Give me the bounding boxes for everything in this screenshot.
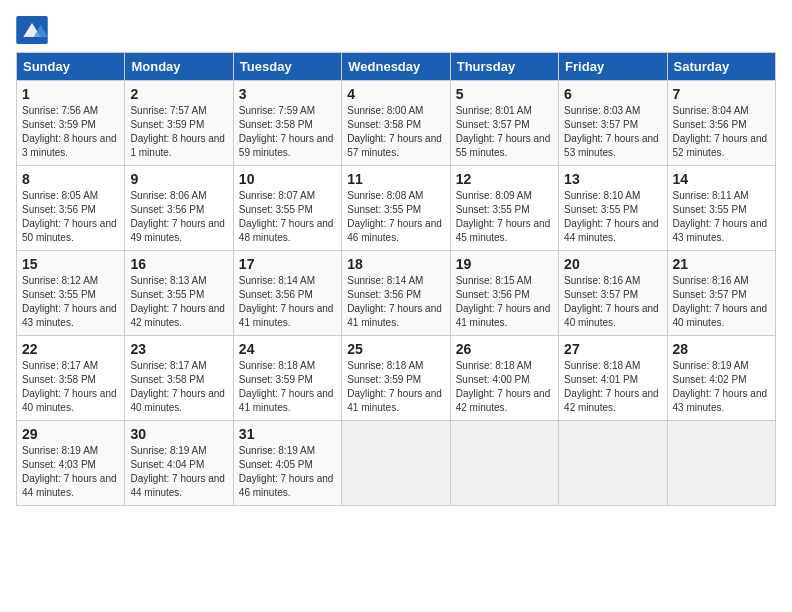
calendar-week-row: 29Sunrise: 8:19 AM Sunset: 4:03 PM Dayli… <box>17 421 776 506</box>
calendar-day-cell: 29Sunrise: 8:19 AM Sunset: 4:03 PM Dayli… <box>17 421 125 506</box>
day-info: Sunrise: 8:18 AM Sunset: 4:00 PM Dayligh… <box>456 359 553 415</box>
calendar-day-cell: 9Sunrise: 8:06 AM Sunset: 3:56 PM Daylig… <box>125 166 233 251</box>
calendar-day-cell: 5Sunrise: 8:01 AM Sunset: 3:57 PM Daylig… <box>450 81 558 166</box>
day-info: Sunrise: 7:56 AM Sunset: 3:59 PM Dayligh… <box>22 104 119 160</box>
day-number: 18 <box>347 256 444 272</box>
day-number: 6 <box>564 86 661 102</box>
day-number: 24 <box>239 341 336 357</box>
day-of-week-header: Tuesday <box>233 53 341 81</box>
day-of-week-header: Friday <box>559 53 667 81</box>
day-number: 27 <box>564 341 661 357</box>
calendar-day-cell: 26Sunrise: 8:18 AM Sunset: 4:00 PM Dayli… <box>450 336 558 421</box>
calendar-day-cell: 13Sunrise: 8:10 AM Sunset: 3:55 PM Dayli… <box>559 166 667 251</box>
calendar-day-cell: 28Sunrise: 8:19 AM Sunset: 4:02 PM Dayli… <box>667 336 775 421</box>
calendar-day-cell <box>342 421 450 506</box>
calendar-day-cell: 24Sunrise: 8:18 AM Sunset: 3:59 PM Dayli… <box>233 336 341 421</box>
day-number: 8 <box>22 171 119 187</box>
day-info: Sunrise: 8:18 AM Sunset: 4:01 PM Dayligh… <box>564 359 661 415</box>
calendar-week-row: 1Sunrise: 7:56 AM Sunset: 3:59 PM Daylig… <box>17 81 776 166</box>
day-info: Sunrise: 8:19 AM Sunset: 4:03 PM Dayligh… <box>22 444 119 500</box>
day-number: 28 <box>673 341 770 357</box>
day-number: 1 <box>22 86 119 102</box>
calendar-table: SundayMondayTuesdayWednesdayThursdayFrid… <box>16 52 776 506</box>
calendar-day-cell: 14Sunrise: 8:11 AM Sunset: 3:55 PM Dayli… <box>667 166 775 251</box>
day-info: Sunrise: 8:19 AM Sunset: 4:04 PM Dayligh… <box>130 444 227 500</box>
calendar-day-cell: 22Sunrise: 8:17 AM Sunset: 3:58 PM Dayli… <box>17 336 125 421</box>
logo-icon <box>16 16 48 44</box>
day-number: 11 <box>347 171 444 187</box>
page-header <box>16 16 776 44</box>
day-info: Sunrise: 8:10 AM Sunset: 3:55 PM Dayligh… <box>564 189 661 245</box>
day-number: 13 <box>564 171 661 187</box>
day-info: Sunrise: 8:14 AM Sunset: 3:56 PM Dayligh… <box>347 274 444 330</box>
day-info: Sunrise: 8:19 AM Sunset: 4:05 PM Dayligh… <box>239 444 336 500</box>
day-info: Sunrise: 8:12 AM Sunset: 3:55 PM Dayligh… <box>22 274 119 330</box>
calendar-day-cell: 23Sunrise: 8:17 AM Sunset: 3:58 PM Dayli… <box>125 336 233 421</box>
logo <box>16 16 52 44</box>
calendar-day-cell: 4Sunrise: 8:00 AM Sunset: 3:58 PM Daylig… <box>342 81 450 166</box>
calendar-day-cell: 21Sunrise: 8:16 AM Sunset: 3:57 PM Dayli… <box>667 251 775 336</box>
calendar-day-cell: 8Sunrise: 8:05 AM Sunset: 3:56 PM Daylig… <box>17 166 125 251</box>
day-number: 7 <box>673 86 770 102</box>
calendar-day-cell: 10Sunrise: 8:07 AM Sunset: 3:55 PM Dayli… <box>233 166 341 251</box>
day-number: 2 <box>130 86 227 102</box>
day-number: 5 <box>456 86 553 102</box>
calendar-week-row: 15Sunrise: 8:12 AM Sunset: 3:55 PM Dayli… <box>17 251 776 336</box>
day-number: 12 <box>456 171 553 187</box>
day-info: Sunrise: 7:57 AM Sunset: 3:59 PM Dayligh… <box>130 104 227 160</box>
calendar-day-cell: 7Sunrise: 8:04 AM Sunset: 3:56 PM Daylig… <box>667 81 775 166</box>
day-info: Sunrise: 8:14 AM Sunset: 3:56 PM Dayligh… <box>239 274 336 330</box>
day-info: Sunrise: 7:59 AM Sunset: 3:58 PM Dayligh… <box>239 104 336 160</box>
calendar-day-cell: 25Sunrise: 8:18 AM Sunset: 3:59 PM Dayli… <box>342 336 450 421</box>
day-number: 19 <box>456 256 553 272</box>
day-number: 29 <box>22 426 119 442</box>
calendar-day-cell: 27Sunrise: 8:18 AM Sunset: 4:01 PM Dayli… <box>559 336 667 421</box>
day-number: 23 <box>130 341 227 357</box>
day-number: 21 <box>673 256 770 272</box>
day-info: Sunrise: 8:17 AM Sunset: 3:58 PM Dayligh… <box>130 359 227 415</box>
day-info: Sunrise: 8:18 AM Sunset: 3:59 PM Dayligh… <box>239 359 336 415</box>
day-info: Sunrise: 8:17 AM Sunset: 3:58 PM Dayligh… <box>22 359 119 415</box>
day-number: 30 <box>130 426 227 442</box>
calendar-day-cell: 6Sunrise: 8:03 AM Sunset: 3:57 PM Daylig… <box>559 81 667 166</box>
calendar-day-cell <box>559 421 667 506</box>
calendar-day-cell: 12Sunrise: 8:09 AM Sunset: 3:55 PM Dayli… <box>450 166 558 251</box>
day-info: Sunrise: 8:01 AM Sunset: 3:57 PM Dayligh… <box>456 104 553 160</box>
calendar-week-row: 22Sunrise: 8:17 AM Sunset: 3:58 PM Dayli… <box>17 336 776 421</box>
calendar-day-cell: 19Sunrise: 8:15 AM Sunset: 3:56 PM Dayli… <box>450 251 558 336</box>
day-number: 10 <box>239 171 336 187</box>
day-of-week-header: Sunday <box>17 53 125 81</box>
calendar-day-cell: 15Sunrise: 8:12 AM Sunset: 3:55 PM Dayli… <box>17 251 125 336</box>
day-info: Sunrise: 8:13 AM Sunset: 3:55 PM Dayligh… <box>130 274 227 330</box>
day-info: Sunrise: 8:08 AM Sunset: 3:55 PM Dayligh… <box>347 189 444 245</box>
calendar-day-cell: 2Sunrise: 7:57 AM Sunset: 3:59 PM Daylig… <box>125 81 233 166</box>
day-info: Sunrise: 8:00 AM Sunset: 3:58 PM Dayligh… <box>347 104 444 160</box>
day-number: 4 <box>347 86 444 102</box>
calendar-day-cell: 11Sunrise: 8:08 AM Sunset: 3:55 PM Dayli… <box>342 166 450 251</box>
day-info: Sunrise: 8:07 AM Sunset: 3:55 PM Dayligh… <box>239 189 336 245</box>
day-info: Sunrise: 8:15 AM Sunset: 3:56 PM Dayligh… <box>456 274 553 330</box>
calendar-day-cell: 1Sunrise: 7:56 AM Sunset: 3:59 PM Daylig… <box>17 81 125 166</box>
calendar-day-cell: 17Sunrise: 8:14 AM Sunset: 3:56 PM Dayli… <box>233 251 341 336</box>
day-number: 15 <box>22 256 119 272</box>
calendar-day-cell: 20Sunrise: 8:16 AM Sunset: 3:57 PM Dayli… <box>559 251 667 336</box>
day-of-week-header: Thursday <box>450 53 558 81</box>
day-number: 16 <box>130 256 227 272</box>
calendar-week-row: 8Sunrise: 8:05 AM Sunset: 3:56 PM Daylig… <box>17 166 776 251</box>
day-number: 3 <box>239 86 336 102</box>
day-number: 17 <box>239 256 336 272</box>
day-info: Sunrise: 8:04 AM Sunset: 3:56 PM Dayligh… <box>673 104 770 160</box>
calendar-body: 1Sunrise: 7:56 AM Sunset: 3:59 PM Daylig… <box>17 81 776 506</box>
day-number: 14 <box>673 171 770 187</box>
day-number: 22 <box>22 341 119 357</box>
calendar-day-cell: 18Sunrise: 8:14 AM Sunset: 3:56 PM Dayli… <box>342 251 450 336</box>
day-number: 20 <box>564 256 661 272</box>
calendar-day-cell: 31Sunrise: 8:19 AM Sunset: 4:05 PM Dayli… <box>233 421 341 506</box>
calendar-header-row: SundayMondayTuesdayWednesdayThursdayFrid… <box>17 53 776 81</box>
day-info: Sunrise: 8:16 AM Sunset: 3:57 PM Dayligh… <box>564 274 661 330</box>
calendar-day-cell: 3Sunrise: 7:59 AM Sunset: 3:58 PM Daylig… <box>233 81 341 166</box>
day-number: 9 <box>130 171 227 187</box>
day-of-week-header: Monday <box>125 53 233 81</box>
day-number: 31 <box>239 426 336 442</box>
day-of-week-header: Saturday <box>667 53 775 81</box>
